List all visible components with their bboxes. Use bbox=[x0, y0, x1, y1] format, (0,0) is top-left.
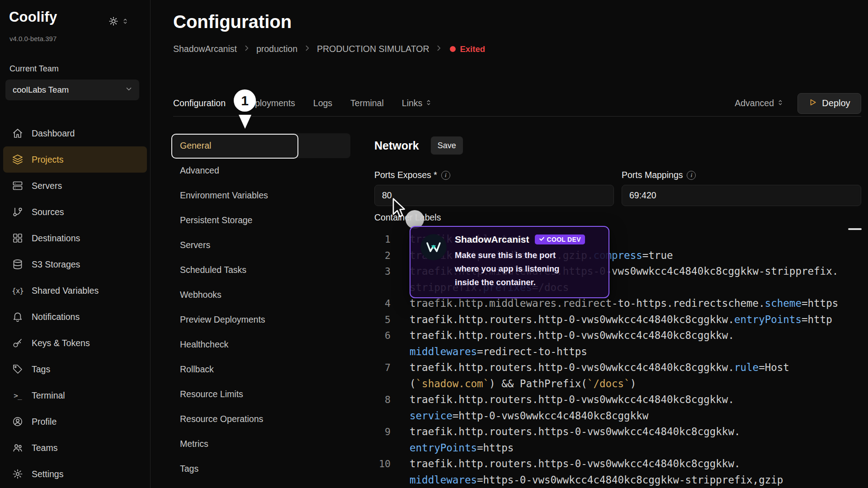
tag-icon bbox=[12, 363, 24, 375]
sidebar-item-label: Destinations bbox=[32, 233, 80, 244]
subnav-item-label: Scheduled Tasks bbox=[180, 265, 246, 275]
subnav-item-rollback[interactable]: Rollback bbox=[173, 357, 350, 382]
subnav-item-scheduled-tasks[interactable]: Scheduled Tasks bbox=[173, 258, 350, 282]
subnav-item-label: Tags bbox=[180, 464, 198, 474]
subnav-item-persistent-storage[interactable]: Persistent Storage bbox=[173, 208, 350, 233]
line-number: 8 bbox=[374, 392, 391, 408]
subnav-item-healthcheck[interactable]: Healthcheck bbox=[173, 332, 350, 357]
code-text: traefik.http.routers.https-0-vws0wwkcc4c… bbox=[410, 424, 741, 440]
sidebar-item-label: Notifications bbox=[32, 312, 80, 322]
code-line[interactable]: 5traefik.http.routers.http-0-vws0wwkcc4c… bbox=[374, 312, 861, 328]
subnav-item-metrics[interactable]: Metrics bbox=[173, 432, 350, 456]
subnav-item-advanced[interactable]: Advanced bbox=[173, 158, 350, 183]
code-line[interactable]: 8traefik.http.routers.http-0-vws0wwkcc4c… bbox=[374, 392, 861, 408]
deploy-button[interactable]: Deploy bbox=[797, 93, 861, 114]
sidebar-item-teams[interactable]: Teams bbox=[0, 435, 150, 461]
breadcrumb-resource[interactable]: PRODUCTION SIMULATOR bbox=[317, 44, 429, 54]
team-selector[interactable]: coolLabs Team bbox=[5, 80, 139, 100]
info-icon[interactable] bbox=[687, 171, 696, 180]
terminal-prompt-icon: >_ bbox=[12, 389, 24, 401]
check-icon bbox=[539, 236, 545, 243]
code-text: (`shadow.com`) && PathPrefix(`/docs`) bbox=[410, 376, 636, 392]
line-number: 10 bbox=[374, 456, 391, 472]
ports-mappings-input[interactable] bbox=[622, 185, 861, 206]
sidebar-item-label: Settings bbox=[32, 469, 63, 479]
advanced-menu[interactable]: Advanced bbox=[735, 98, 784, 108]
breadcrumb-project[interactable]: ShadowArcanist bbox=[173, 44, 237, 54]
sidebar-nav: DashboardProjectsServersSourcesDestinati… bbox=[0, 120, 150, 487]
code-line[interactable]: entryPoints=https bbox=[374, 440, 861, 456]
subnav-item-resource-operations[interactable]: Resource Operations bbox=[173, 407, 350, 432]
editor-scrollbar-thumb[interactable] bbox=[848, 228, 862, 230]
sidebar-item-keys-tokens[interactable]: Keys & Tokens bbox=[0, 330, 150, 356]
ports-mappings-field: Ports Mappings bbox=[622, 170, 861, 206]
subnav-item-label: Environment Variables bbox=[180, 190, 268, 201]
network-heading: Network bbox=[374, 139, 419, 152]
tab-terminal[interactable]: Terminal bbox=[350, 98, 384, 108]
sidebar-item-label: Profile bbox=[32, 417, 57, 427]
breadcrumb-environment[interactable]: production bbox=[256, 44, 297, 54]
line-number bbox=[374, 376, 391, 392]
play-icon bbox=[808, 98, 817, 109]
subnav-item-webhooks[interactable]: Webhooks bbox=[173, 282, 350, 307]
tooltip-message: Make sure this is the port where you app… bbox=[455, 249, 573, 289]
mouse-cursor-icon bbox=[392, 197, 406, 221]
subnav-item-resource-limits[interactable]: Resource Limits bbox=[173, 382, 350, 407]
network-header: Network Save bbox=[374, 136, 463, 155]
sidebar-item-terminal[interactable]: >_Terminal bbox=[0, 382, 150, 408]
sidebar-item-tags[interactable]: Tags bbox=[0, 356, 150, 382]
sidebar-item-sources[interactable]: Sources bbox=[0, 199, 150, 225]
sidebar-item-label: Teams bbox=[32, 443, 57, 453]
code-line[interactable]: 6traefik.http.routers.http-0-vws0wwkcc4c… bbox=[374, 328, 861, 344]
code-line[interactable]: (`shadow.com`) && PathPrefix(`/docs`) bbox=[374, 376, 861, 392]
code-text: traefik.http.routers.http-0-vws0wwkcc4c4… bbox=[410, 360, 789, 376]
breadcrumb: ShadowArcanist production PRODUCTION SIM… bbox=[173, 44, 485, 54]
subnav-item-preview-deployments[interactable]: Preview Deployments bbox=[173, 307, 350, 332]
subnav-item-label: Persistent Storage bbox=[180, 215, 252, 225]
info-icon[interactable] bbox=[441, 171, 450, 180]
code-line[interactable]: middlewares=redirect-to-https bbox=[374, 344, 861, 360]
sidebar-item-destinations[interactable]: Destinations bbox=[0, 225, 150, 251]
subnav-item-tags[interactable]: Tags bbox=[173, 456, 350, 481]
code-line[interactable]: 10traefik.http.routers.https-0-vws0wwkcc… bbox=[374, 456, 861, 472]
sidebar-item-projects[interactable]: Projects bbox=[3, 146, 147, 173]
line-number bbox=[374, 408, 391, 424]
save-button[interactable]: Save bbox=[431, 136, 463, 155]
subnav-item-environment-variables[interactable]: Environment Variables bbox=[173, 183, 350, 208]
git-branch-icon bbox=[12, 206, 24, 218]
code-text: entryPoints=https bbox=[410, 440, 514, 456]
server-icon bbox=[12, 180, 24, 192]
code-text: middlewares=https-0-vws0wwkcc4c4840kc8cg… bbox=[410, 472, 783, 488]
tooltip-author-name: ShadowArcanist bbox=[455, 234, 529, 245]
unfold-chevrons-icon bbox=[425, 98, 432, 108]
tooltip-body: ShadowArcanist COOL DEV Make sure this i… bbox=[455, 234, 585, 289]
sidebar-item-s3-storages[interactable]: S3 Storages bbox=[0, 251, 150, 277]
sidebar-item-label: Servers bbox=[32, 181, 62, 191]
line-number: 1 bbox=[374, 231, 391, 248]
ports-exposes-input[interactable] bbox=[374, 185, 614, 206]
tab-links[interactable]: Links bbox=[402, 98, 433, 108]
code-line[interactable]: 9traefik.http.routers.https-0-vws0wwkcc4… bbox=[374, 424, 861, 440]
code-line[interactable]: service=http-0-vws0wwkcc4c4840kc8cggkkw bbox=[374, 408, 861, 424]
tab-logs[interactable]: Logs bbox=[313, 98, 332, 108]
current-team-label: Current Team bbox=[9, 64, 59, 74]
sidebar-item-profile[interactable]: Profile bbox=[0, 408, 150, 435]
code-line[interactable]: 7traefik.http.routers.http-0-vws0wwkcc4c… bbox=[374, 360, 861, 376]
subnav-item-general[interactable]: General bbox=[173, 133, 350, 158]
subnav-item-servers[interactable]: Servers bbox=[173, 233, 350, 258]
ports-mappings-label: Ports Mappings bbox=[622, 170, 861, 180]
theme-toggle[interactable] bbox=[108, 16, 129, 28]
sidebar-item-dashboard[interactable]: Dashboard bbox=[0, 120, 150, 146]
sidebar: Coolify v4.0.0-beta.397 Current Team coo… bbox=[0, 0, 151, 488]
tab-configuration[interactable]: Configuration bbox=[173, 98, 226, 108]
sidebar-item-servers[interactable]: Servers bbox=[0, 173, 150, 199]
sidebar-item-notifications[interactable]: Notifications bbox=[0, 304, 150, 330]
team-selector-value: coolLabs Team bbox=[13, 85, 69, 95]
tabs: Configuration Deployments Logs Terminal … bbox=[173, 98, 432, 108]
sidebar-item-shared-variables[interactable]: {x}Shared Variables bbox=[0, 277, 150, 304]
layers-icon bbox=[12, 154, 24, 165]
ports-exposes-label: Ports Exposes * bbox=[374, 170, 614, 180]
line-number: 2 bbox=[374, 248, 391, 264]
sidebar-item-settings[interactable]: Settings bbox=[0, 461, 150, 487]
code-line[interactable]: middlewares=https-0-vws0wwkcc4c4840kc8cg… bbox=[374, 472, 861, 488]
